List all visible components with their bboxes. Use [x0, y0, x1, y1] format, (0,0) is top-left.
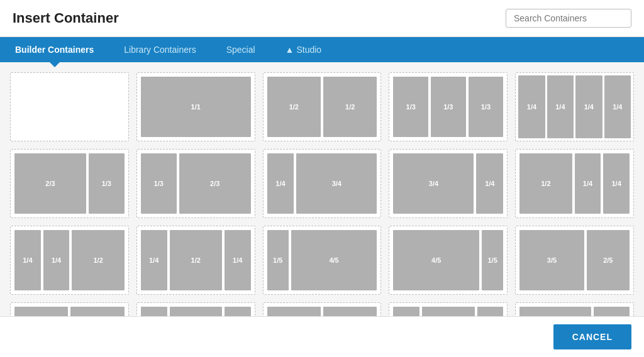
- col-block: 1/2: [72, 230, 124, 290]
- container-4-5-1-5[interactable]: 4/5 1/5: [389, 226, 508, 295]
- col-block: 1/4: [518, 75, 545, 138]
- col-block: [323, 307, 377, 316]
- tabs-bar: Builder Containers Library Containers Sp…: [0, 37, 644, 62]
- col-block: [141, 307, 167, 316]
- cancel-button[interactable]: CANCEL: [553, 324, 631, 349]
- col-block: 1/3: [141, 153, 177, 214]
- col-block: [594, 307, 630, 316]
- container-1-1[interactable]: 1/1: [136, 72, 255, 141]
- col-block: 1/5: [267, 230, 289, 290]
- col-block: 1/4: [476, 153, 503, 214]
- col-block: 1/2: [519, 153, 572, 214]
- container-1-4-1-2-1-4[interactable]: 1/4 1/2 1/4: [136, 226, 255, 295]
- col-block: [422, 307, 474, 316]
- container-1-5-4-5[interactable]: 1/5 4/5: [263, 226, 382, 295]
- col-block: 1/4: [225, 230, 251, 290]
- col-block: 1/2: [323, 77, 377, 137]
- studio-triangle-icon: ▲: [286, 45, 294, 55]
- container-partial-4[interactable]: [389, 302, 508, 316]
- containers-grid: 1/1 1/2 1/2 1/3 1/3 1/3 1/4 1/4 1/4 1/4: [10, 72, 634, 316]
- col-block: 3/5: [519, 230, 584, 290]
- col-block: 1/4: [43, 230, 70, 290]
- col-block: [393, 307, 419, 316]
- col-block: 3/4: [296, 153, 377, 214]
- tab-special[interactable]: Special: [211, 37, 270, 62]
- dialog-title: Insert Container: [13, 10, 119, 26]
- container-partial-3[interactable]: [263, 302, 382, 316]
- col-block: 1/4: [575, 75, 602, 138]
- col-block: 4/5: [393, 230, 479, 290]
- col-block: 4/5: [291, 230, 377, 290]
- dialog-footer: CANCEL: [0, 316, 644, 357]
- col-block: [14, 307, 68, 316]
- container-1-4-3-4[interactable]: 1/4 3/4: [263, 149, 382, 218]
- col-block: 1/3: [469, 77, 504, 137]
- col-block: [70, 307, 124, 316]
- tab-library-containers[interactable]: Library Containers: [109, 37, 211, 62]
- col-block: 2/3: [14, 153, 86, 214]
- col-block: 1/2: [170, 230, 222, 290]
- col-block: [267, 307, 321, 316]
- dialog-header: Insert Container: [0, 0, 644, 37]
- studio-tab-label: Studio: [296, 45, 321, 55]
- col-block: 1/3: [431, 77, 466, 137]
- container-1-3-2-3[interactable]: 1/3 2/3: [136, 149, 255, 218]
- col-block: 1/4: [575, 153, 601, 214]
- col-block: [519, 307, 591, 316]
- col-block: 1/3: [393, 77, 428, 137]
- col-block: 1/4: [267, 153, 294, 214]
- col-block: 1/3: [89, 153, 125, 214]
- search-input[interactable]: [506, 9, 631, 28]
- container-2-3-1-3[interactable]: 2/3 1/3: [10, 149, 129, 218]
- container-1-4x4[interactable]: 1/4 1/4 1/4 1/4: [515, 72, 634, 141]
- container-3-4-1-4[interactable]: 3/4 1/4: [389, 149, 508, 218]
- col-block: 2/3: [179, 153, 251, 214]
- container-partial-2[interactable]: [136, 302, 255, 316]
- container-1-3x3[interactable]: 1/3 1/3 1/3: [389, 72, 508, 141]
- col-block: 1/4: [547, 75, 574, 138]
- container-1-2-1-4-1-4[interactable]: 1/2 1/4 1/4: [515, 149, 634, 218]
- container-3-5-2-5[interactable]: 3/5 2/5: [515, 226, 634, 295]
- container-partial-1[interactable]: [10, 302, 129, 316]
- col-block: 1/1: [141, 77, 251, 137]
- insert-container-dialog: Insert Container Builder Containers Libr…: [0, 0, 644, 357]
- col-block: [170, 307, 222, 316]
- col-block: 3/4: [393, 153, 474, 214]
- col-block: [225, 307, 251, 316]
- col-block: 1/4: [603, 153, 630, 214]
- col-block: 1/4: [604, 75, 631, 138]
- container-partial-5[interactable]: [515, 302, 634, 316]
- tab-studio[interactable]: ▲ Studio: [270, 37, 337, 62]
- col-block: 1/4: [141, 230, 167, 290]
- container-1-4-1-4-1-2[interactable]: 1/4 1/4 1/2: [10, 226, 129, 295]
- container-empty[interactable]: [10, 72, 129, 141]
- tab-builder-containers[interactable]: Builder Containers: [0, 37, 109, 62]
- col-block: [477, 307, 504, 316]
- col-block: 2/5: [587, 230, 630, 290]
- content-area[interactable]: 1/1 1/2 1/2 1/3 1/3 1/3 1/4 1/4 1/4 1/4: [0, 62, 644, 316]
- col-block: 1/5: [482, 230, 503, 290]
- col-block: 1/2: [267, 77, 321, 137]
- col-block: 1/4: [14, 230, 41, 290]
- container-1-2-1-2[interactable]: 1/2 1/2: [263, 72, 382, 141]
